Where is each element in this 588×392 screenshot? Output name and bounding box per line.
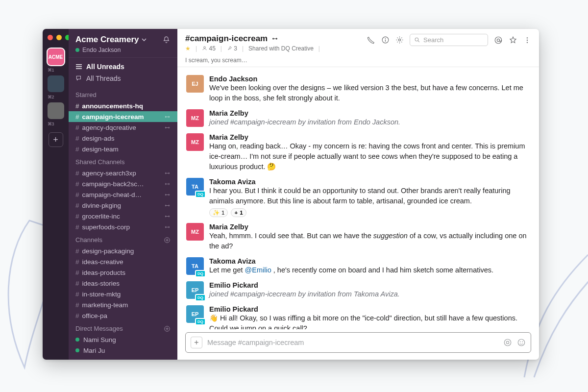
- svg-point-17: [522, 342, 523, 343]
- channel-title[interactable]: #campaign-icecream: [185, 34, 360, 44]
- avatar[interactable]: MZ: [186, 133, 204, 151]
- pin-icon: [227, 46, 232, 51]
- shared-channel-icon: [164, 181, 171, 187]
- workspace-shortcut-label: ⌘1: [48, 68, 64, 73]
- channel-item[interactable]: #ideas-stories: [69, 278, 177, 289]
- svg-point-2: [204, 47, 206, 49]
- message-list[interactable]: EJEndo JacksonWe've been looking over th…: [177, 67, 539, 329]
- channel-item[interactable]: #campaign-icecream: [69, 111, 177, 122]
- hash-icon: #: [75, 269, 79, 276]
- section-dms-header[interactable]: Direct Messages: [69, 321, 177, 334]
- channel-item[interactable]: #in-store-mktg: [69, 289, 177, 299]
- shared-with-label[interactable]: Shared with DQ Creative: [248, 45, 314, 52]
- message-author[interactable]: Maria Zelby: [209, 133, 530, 141]
- hash-icon: #: [75, 301, 79, 309]
- channel-item[interactable]: #design-team: [69, 144, 177, 154]
- team-header[interactable]: Acme Creamery Endo Jackson: [69, 29, 177, 57]
- section-channels-header[interactable]: Channels: [69, 232, 177, 245]
- minimize-window-icon[interactable]: [56, 35, 62, 40]
- channel-item[interactable]: #grocerlite-inc: [69, 211, 177, 221]
- info-icon[interactable]: [381, 36, 390, 44]
- message-author[interactable]: Emilio Pickard: [209, 305, 530, 313]
- channel-item[interactable]: #superfoods-corp: [69, 221, 177, 232]
- pin-count[interactable]: 3: [227, 45, 237, 52]
- channel-name: campaign-back2sc…: [82, 180, 144, 188]
- message-author[interactable]: Takoma Aviza: [209, 178, 530, 186]
- message-composer[interactable]: + Message #campaign-icecream: [185, 332, 531, 353]
- message-author[interactable]: Endo Jackson: [209, 75, 530, 83]
- svg-point-5: [398, 39, 400, 41]
- hash-icon: #: [75, 258, 79, 266]
- call-icon[interactable]: [367, 36, 375, 44]
- avatar[interactable]: TADQ: [186, 178, 204, 196]
- dm-item[interactable]: Mari Ju: [69, 345, 177, 356]
- workspace-tile[interactable]: [48, 75, 64, 92]
- message-author[interactable]: Takoma Aviza: [209, 257, 530, 265]
- workspace-tile[interactable]: [48, 102, 64, 119]
- channel-item[interactable]: #office-pa: [69, 310, 177, 321]
- channel-item[interactable]: #design-ads: [69, 133, 177, 144]
- avatar[interactable]: EPDQ: [186, 305, 204, 323]
- avatar[interactable]: MZ: [186, 223, 204, 241]
- mentions-icon[interactable]: [494, 36, 503, 45]
- section-shared-header[interactable]: Shared Channels: [69, 154, 177, 168]
- channel-item[interactable]: #divine-pkging: [69, 200, 177, 211]
- user-mention[interactable]: @Emilio: [245, 266, 271, 274]
- add-dm-icon[interactable]: [164, 325, 171, 332]
- message-text: Yeah, hmmm. I could see that. But can we…: [209, 231, 530, 251]
- member-count[interactable]: 45: [202, 45, 216, 52]
- section-starred-header[interactable]: Starred: [69, 87, 177, 100]
- all-unreads-link[interactable]: All Unreads: [69, 61, 177, 73]
- channel-name: agency-dqcreative: [82, 124, 136, 131]
- avatar[interactable]: EJ: [186, 75, 204, 93]
- threads-icon: [75, 75, 82, 82]
- attach-button[interactable]: +: [191, 337, 202, 348]
- add-channel-icon[interactable]: [164, 237, 171, 244]
- channel-topic[interactable]: I scream, you scream…: [185, 57, 247, 64]
- channel-item[interactable]: #design-packaging: [69, 245, 177, 256]
- message-text: We've been looking over the designs – we…: [209, 83, 530, 103]
- channel-item[interactable]: #announcements-hq: [69, 100, 177, 111]
- close-window-icon[interactable]: [48, 35, 53, 40]
- channel-item[interactable]: #marketing-team: [69, 299, 177, 310]
- avatar[interactable]: EPDQ: [186, 281, 204, 299]
- search-input[interactable]: Search: [410, 34, 488, 46]
- channel-item[interactable]: #ideas-creative: [69, 256, 177, 267]
- channel-name: superfoods-corp: [82, 223, 130, 231]
- reaction-chip[interactable]: ✨ 1: [209, 208, 228, 217]
- add-workspace-button[interactable]: +: [49, 132, 63, 147]
- mention-button-icon[interactable]: [503, 338, 512, 347]
- avatar[interactable]: MZ: [186, 109, 204, 127]
- settings-icon[interactable]: [395, 36, 404, 44]
- hash-icon: #: [75, 124, 79, 131]
- svg-point-7: [495, 37, 502, 44]
- notifications-icon[interactable]: [162, 36, 171, 44]
- message-author[interactable]: Emilio Pickard: [209, 281, 530, 289]
- all-threads-link[interactable]: All Threads: [69, 73, 177, 84]
- channel-item[interactable]: #agency-dqcreative: [69, 122, 177, 133]
- message-text: Hang on, reading back… Okay - my concern…: [209, 141, 530, 172]
- dm-item[interactable]: Nami Sung: [69, 334, 177, 345]
- workspace-tile[interactable]: ACME: [48, 49, 64, 65]
- add-reaction-button[interactable]: + 1: [231, 208, 246, 217]
- emoji-button-icon[interactable]: [517, 338, 526, 347]
- more-icon[interactable]: [523, 36, 531, 44]
- channel-item[interactable]: #ideas-products: [69, 267, 177, 278]
- message-author[interactable]: Maria Zelby: [209, 223, 530, 231]
- hash-icon: #: [75, 113, 79, 121]
- channel-item[interactable]: #campaign-back2sc…: [69, 178, 177, 189]
- shared-channel-icon: [164, 192, 171, 198]
- avatar[interactable]: TADQ: [186, 257, 204, 275]
- sidebar: Acme Creamery Endo Jackson All Unreads A…: [69, 29, 177, 360]
- message: EJEndo JacksonWe've been looking over th…: [186, 72, 530, 106]
- channel-item[interactable]: #campaign-cheat-d…: [69, 189, 177, 200]
- channel-name: campaign-cheat-d…: [82, 191, 142, 198]
- message-author[interactable]: Maria Zelby: [209, 109, 530, 117]
- composer-placeholder: Message #campaign-icecream: [207, 339, 498, 346]
- star-icon[interactable]: ★: [185, 45, 191, 52]
- system-message-text: joined #campaign-icecream by invitation …: [209, 117, 530, 127]
- all-threads-label: All Threads: [86, 74, 121, 82]
- channel-item[interactable]: #agency-search3xp: [69, 168, 177, 178]
- bookmark-star-icon[interactable]: [509, 36, 517, 45]
- message: MZMaria ZelbyYeah, hmmm. I could see tha…: [186, 220, 530, 254]
